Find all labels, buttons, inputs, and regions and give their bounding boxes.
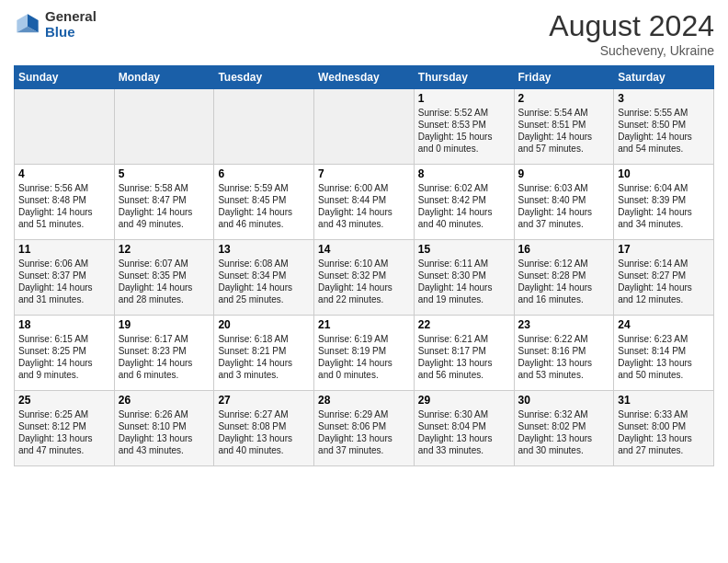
calendar-cell: 31Sunrise: 6:33 AM Sunset: 8:00 PM Dayli… (614, 391, 714, 466)
calendar-day-header: Monday (114, 66, 214, 89)
calendar-week-row: 1Sunrise: 5:52 AM Sunset: 8:53 PM Daylig… (15, 89, 714, 165)
calendar-cell: 7Sunrise: 6:00 AM Sunset: 8:44 PM Daylig… (314, 165, 415, 240)
calendar-cell: 19Sunrise: 6:17 AM Sunset: 8:23 PM Dayli… (114, 316, 214, 391)
day-number: 29 (418, 394, 510, 407)
day-number: 10 (618, 167, 710, 180)
cell-content: Sunrise: 5:55 AM Sunset: 8:50 PM Dayligh… (618, 107, 710, 155)
calendar-week-row: 25Sunrise: 6:25 AM Sunset: 8:12 PM Dayli… (15, 391, 714, 466)
cell-content: Sunrise: 6:04 AM Sunset: 8:39 PM Dayligh… (618, 182, 710, 230)
cell-content: Sunrise: 5:56 AM Sunset: 8:48 PM Dayligh… (18, 182, 110, 230)
day-number: 8 (418, 167, 510, 180)
day-number: 1 (418, 92, 510, 105)
cell-content: Sunrise: 6:18 AM Sunset: 8:21 PM Dayligh… (218, 333, 310, 381)
calendar-cell: 14Sunrise: 6:10 AM Sunset: 8:32 PM Dayli… (314, 240, 415, 316)
calendar-day-header: Friday (514, 66, 614, 89)
cell-content: Sunrise: 6:17 AM Sunset: 8:23 PM Dayligh… (119, 333, 210, 381)
day-number: 3 (618, 92, 710, 105)
calendar-cell: 11Sunrise: 6:06 AM Sunset: 8:37 PM Dayli… (15, 240, 115, 316)
calendar-cell: 18Sunrise: 6:15 AM Sunset: 8:25 PM Dayli… (15, 316, 115, 391)
calendar-cell (15, 89, 115, 165)
cell-content: Sunrise: 6:02 AM Sunset: 8:42 PM Dayligh… (418, 182, 510, 230)
cell-content: Sunrise: 6:27 AM Sunset: 8:08 PM Dayligh… (218, 408, 310, 456)
page: General Blue August 2024 Sucheveny, Ukra… (0, 0, 728, 476)
cell-content: Sunrise: 6:11 AM Sunset: 8:30 PM Dayligh… (418, 258, 510, 305)
calendar-cell: 10Sunrise: 6:04 AM Sunset: 8:39 PM Dayli… (614, 165, 714, 240)
calendar-cell (214, 89, 314, 165)
cell-content: Sunrise: 6:29 AM Sunset: 8:06 PM Dayligh… (318, 408, 410, 456)
cell-content: Sunrise: 6:23 AM Sunset: 8:14 PM Dayligh… (618, 333, 710, 381)
calendar-cell: 3Sunrise: 5:55 AM Sunset: 8:50 PM Daylig… (614, 89, 714, 165)
cell-content: Sunrise: 6:22 AM Sunset: 8:16 PM Dayligh… (518, 333, 610, 381)
calendar-cell: 15Sunrise: 6:11 AM Sunset: 8:30 PM Dayli… (414, 240, 514, 316)
cell-content: Sunrise: 6:25 AM Sunset: 8:12 PM Dayligh… (18, 408, 110, 456)
day-number: 26 (119, 394, 210, 407)
day-number: 16 (518, 243, 610, 256)
cell-content: Sunrise: 5:54 AM Sunset: 8:51 PM Dayligh… (518, 107, 610, 155)
calendar-cell: 5Sunrise: 5:58 AM Sunset: 8:47 PM Daylig… (114, 165, 214, 240)
calendar-cell: 20Sunrise: 6:18 AM Sunset: 8:21 PM Dayli… (214, 316, 314, 391)
calendar-cell: 21Sunrise: 6:19 AM Sunset: 8:19 PM Dayli… (314, 316, 415, 391)
cell-content: Sunrise: 6:15 AM Sunset: 8:25 PM Dayligh… (18, 333, 110, 381)
cell-content: Sunrise: 6:19 AM Sunset: 8:19 PM Dayligh… (318, 333, 410, 381)
day-number: 31 (618, 394, 710, 407)
calendar-cell: 26Sunrise: 6:26 AM Sunset: 8:10 PM Dayli… (114, 391, 214, 466)
day-number: 20 (218, 318, 310, 331)
day-number: 14 (318, 243, 410, 256)
calendar-cell: 1Sunrise: 5:52 AM Sunset: 8:53 PM Daylig… (414, 89, 514, 165)
calendar-cell: 29Sunrise: 6:30 AM Sunset: 8:04 PM Dayli… (414, 391, 514, 466)
calendar-week-row: 4Sunrise: 5:56 AM Sunset: 8:48 PM Daylig… (15, 165, 714, 240)
cell-content: Sunrise: 6:26 AM Sunset: 8:10 PM Dayligh… (119, 408, 210, 456)
cell-content: Sunrise: 5:52 AM Sunset: 8:53 PM Dayligh… (418, 107, 510, 155)
location: Sucheveny, Ukraine (549, 43, 714, 58)
calendar-cell: 13Sunrise: 6:08 AM Sunset: 8:34 PM Dayli… (214, 240, 314, 316)
logo-general-text: General (45, 9, 97, 25)
cell-content: Sunrise: 6:00 AM Sunset: 8:44 PM Dayligh… (318, 182, 410, 230)
calendar-header-row: SundayMondayTuesdayWednesdayThursdayFrid… (15, 66, 714, 89)
day-number: 5 (119, 167, 210, 180)
calendar-day-header: Tuesday (214, 66, 314, 89)
cell-content: Sunrise: 6:14 AM Sunset: 8:27 PM Dayligh… (618, 258, 710, 305)
calendar-cell: 17Sunrise: 6:14 AM Sunset: 8:27 PM Dayli… (614, 240, 714, 316)
day-number: 17 (618, 243, 710, 256)
cell-content: Sunrise: 6:21 AM Sunset: 8:17 PM Dayligh… (418, 333, 510, 381)
day-number: 19 (119, 318, 210, 331)
calendar-day-header: Sunday (15, 66, 115, 89)
cell-content: Sunrise: 6:12 AM Sunset: 8:28 PM Dayligh… (518, 258, 610, 305)
logo-icon (14, 11, 41, 39)
cell-content: Sunrise: 6:03 AM Sunset: 8:40 PM Dayligh… (518, 182, 610, 230)
calendar-cell: 25Sunrise: 6:25 AM Sunset: 8:12 PM Dayli… (15, 391, 115, 466)
cell-content: Sunrise: 6:06 AM Sunset: 8:37 PM Dayligh… (18, 258, 110, 305)
calendar-day-header: Wednesday (314, 66, 415, 89)
day-number: 13 (218, 243, 310, 256)
calendar-cell: 4Sunrise: 5:56 AM Sunset: 8:48 PM Daylig… (15, 165, 115, 240)
day-number: 12 (119, 243, 210, 256)
day-number: 11 (18, 243, 110, 256)
day-number: 18 (18, 318, 110, 331)
calendar-cell: 30Sunrise: 6:32 AM Sunset: 8:02 PM Dayli… (514, 391, 614, 466)
calendar-cell: 16Sunrise: 6:12 AM Sunset: 8:28 PM Dayli… (514, 240, 614, 316)
cell-content: Sunrise: 6:30 AM Sunset: 8:04 PM Dayligh… (418, 408, 510, 456)
day-number: 22 (418, 318, 510, 331)
calendar-cell: 12Sunrise: 6:07 AM Sunset: 8:35 PM Dayli… (114, 240, 214, 316)
logo-text: General Blue (45, 9, 97, 40)
cell-content: Sunrise: 6:07 AM Sunset: 8:35 PM Dayligh… (119, 258, 210, 305)
calendar-cell: 27Sunrise: 6:27 AM Sunset: 8:08 PM Dayli… (214, 391, 314, 466)
day-number: 21 (318, 318, 410, 331)
calendar-cell: 9Sunrise: 6:03 AM Sunset: 8:40 PM Daylig… (514, 165, 614, 240)
calendar-cell: 22Sunrise: 6:21 AM Sunset: 8:17 PM Dayli… (414, 316, 514, 391)
cell-content: Sunrise: 6:10 AM Sunset: 8:32 PM Dayligh… (318, 258, 410, 305)
day-number: 9 (518, 167, 610, 180)
header: General Blue August 2024 Sucheveny, Ukra… (14, 9, 714, 58)
calendar-week-row: 11Sunrise: 6:06 AM Sunset: 8:37 PM Dayli… (15, 240, 714, 316)
calendar-cell (114, 89, 214, 165)
cell-content: Sunrise: 6:08 AM Sunset: 8:34 PM Dayligh… (218, 258, 310, 305)
cell-content: Sunrise: 6:33 AM Sunset: 8:00 PM Dayligh… (618, 408, 710, 456)
calendar-cell: 2Sunrise: 5:54 AM Sunset: 8:51 PM Daylig… (514, 89, 614, 165)
logo-blue-text: Blue (45, 25, 97, 40)
day-number: 6 (218, 167, 310, 180)
calendar-table: SundayMondayTuesdayWednesdayThursdayFrid… (14, 65, 714, 466)
calendar-day-header: Saturday (614, 66, 714, 89)
cell-content: Sunrise: 5:58 AM Sunset: 8:47 PM Dayligh… (119, 182, 210, 230)
day-number: 28 (318, 394, 410, 407)
calendar-cell: 23Sunrise: 6:22 AM Sunset: 8:16 PM Dayli… (514, 316, 614, 391)
